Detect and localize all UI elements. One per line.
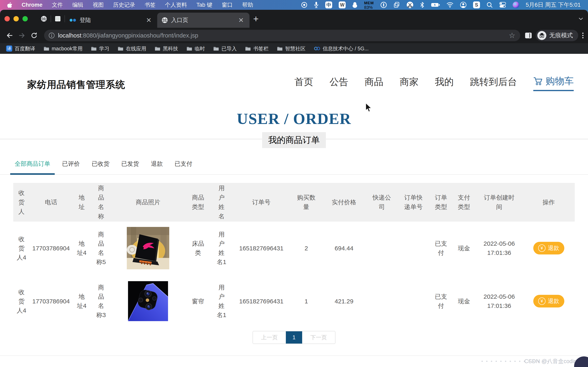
pinned-tab-sheet-icon[interactable]	[51, 16, 65, 22]
menubar-item-file[interactable]: 文件	[52, 1, 63, 8]
nav-backend[interactable]: 跳转到后台	[470, 76, 517, 91]
bookmark-folder-study[interactable]: 学习	[91, 45, 109, 52]
bookmark-folder-bookmarks-bar[interactable]: 书签栏	[245, 45, 268, 52]
siri-icon[interactable]	[513, 2, 519, 8]
yuan-icon: ¥	[538, 298, 545, 305]
bookmark-folder-macbook[interactable]: macbook常用	[44, 45, 82, 52]
qq-icon[interactable]	[352, 2, 357, 8]
folder-icon	[245, 46, 251, 51]
bookmark-folder-community[interactable]: 智慧社区	[277, 45, 305, 52]
folder-icon	[91, 46, 96, 51]
chrome-menu-icon[interactable]	[582, 33, 584, 38]
tab-all-orders[interactable]: 全部商品订单	[10, 160, 55, 175]
nav-cart[interactable]: 购物车	[533, 75, 574, 91]
reload-button[interactable]	[29, 32, 39, 39]
bookmark-folder-temp[interactable]: 临时	[187, 45, 205, 52]
input-method-icon[interactable]: 中	[325, 1, 332, 8]
menubar-item-view[interactable]: 视图	[93, 1, 104, 8]
macos-menubar: Chrome 文件 编辑 视图 历史记录 书签 个人资料 Tab 键 窗口 帮助…	[0, 0, 588, 10]
tab-reviewed[interactable]: 已评价	[58, 160, 84, 174]
tab-login[interactable]: 登陆 ✕	[65, 13, 157, 28]
col-tracking-no: 订单快递单号	[397, 183, 430, 222]
col-created-time: 订单创建时间	[476, 183, 523, 222]
control-center-icon[interactable]	[499, 2, 506, 8]
folder-icon	[155, 46, 160, 51]
order-row: 收货人4 17703786904 地址4 商品名称3	[13, 275, 575, 328]
pagination-next[interactable]: 下一页	[302, 331, 335, 343]
col-phone: 电话	[30, 183, 72, 222]
zoom-window-button[interactable]	[22, 16, 28, 21]
memory-indicator[interactable]: MEM83%	[364, 1, 374, 9]
incognito-label: 无痕模式	[549, 31, 573, 40]
site-title: 家纺用品销售管理系统	[27, 78, 125, 91]
bookmark-star-icon[interactable]: ☆	[506, 31, 518, 40]
menubar-item-chrome[interactable]: Chrome	[22, 2, 43, 8]
url-path: :8080/jiafangyongpinxiaoshou/front/index…	[81, 32, 198, 39]
site-info-icon[interactable]	[49, 33, 55, 39]
tab-paid[interactable]: 已支付	[170, 160, 197, 174]
apple-icon[interactable]	[7, 2, 12, 8]
tab-close-icon[interactable]: ✕	[237, 16, 245, 24]
tab-shipped[interactable]: 已发货	[117, 160, 144, 174]
pagination-prev[interactable]: 上一页	[253, 331, 286, 343]
address-bar[interactable]: localhost:8080/jiafangyongpinxiaoshou/fr…	[44, 30, 520, 41]
menubar-item-edit[interactable]: 编辑	[72, 1, 83, 8]
incognito-badge: 无痕模式	[536, 30, 578, 41]
tab-close-icon[interactable]: ✕	[145, 16, 153, 24]
close-window-button[interactable]	[4, 16, 10, 21]
stats-app-icon[interactable]: S	[473, 1, 480, 8]
menubar-item-bookmarks[interactable]: 书签	[145, 1, 156, 8]
refund-button[interactable]: ¥ 退款	[533, 242, 564, 254]
page-title: USER / ORDER	[0, 110, 588, 127]
bookmark-folder-blacktech[interactable]: 黑科技	[155, 45, 178, 52]
col-qty: 购买数量	[291, 183, 321, 222]
bookmark-folder-imported[interactable]: 已导入	[213, 45, 237, 52]
nav-products[interactable]: 商品	[365, 76, 383, 91]
wifi-icon[interactable]	[447, 2, 453, 8]
back-button[interactable]	[4, 32, 15, 39]
nav-mine[interactable]: 我的	[435, 76, 454, 91]
scissors-icon[interactable]	[406, 1, 414, 8]
minimize-window-button[interactable]	[13, 16, 19, 21]
bluetooth-icon[interactable]	[420, 2, 424, 8]
menubar-item-history[interactable]: 历史记录	[113, 1, 135, 8]
bookmark-baidu-translate[interactable]: 译 百度翻译	[6, 45, 35, 52]
spotlight-icon[interactable]	[486, 2, 493, 8]
nav-merchants[interactable]: 商家	[400, 76, 419, 91]
pinned-tab-globe-icon[interactable]	[37, 16, 51, 22]
menubar-item-profile[interactable]: 个人资料	[165, 1, 187, 8]
onepassword-icon[interactable]	[380, 2, 387, 8]
col-product-name: 商品名称	[91, 183, 111, 222]
battery-icon[interactable]	[431, 2, 440, 7]
translate-icon: 译	[6, 45, 12, 52]
side-panel-icon[interactable]	[525, 33, 532, 38]
tab-entry-page[interactable]: 入口页 ✕	[157, 13, 250, 28]
pagination-current[interactable]: 1	[286, 331, 302, 343]
menubar-item-window[interactable]: 窗口	[222, 1, 233, 8]
folder-icon	[187, 46, 192, 51]
menubar-clock[interactable]: 5月6日 周五 下午5:01	[526, 1, 581, 9]
entry-tab-favicon	[162, 17, 168, 23]
menubar-item-help[interactable]: 帮助	[242, 1, 253, 8]
nav-announcements[interactable]: 公告	[329, 76, 348, 91]
refund-button[interactable]: ¥ 退款	[533, 295, 564, 308]
tab-search-chevron-icon[interactable]	[578, 17, 584, 21]
order-filter-tabs: 全部商品订单 已评价 已收货 已发货 退款 已支付	[0, 160, 588, 175]
menubar-item-tab[interactable]: Tab 键	[196, 1, 212, 8]
folder-icon	[213, 46, 219, 51]
bookmark-it-center[interactable]: 信息技术中心 / 5G...	[314, 45, 369, 52]
bookmark-folder-online-apps[interactable]: 在线应用	[118, 45, 146, 52]
order-row: 收货人4 17703786904 地址4 商品名称5	[13, 222, 575, 275]
forward-button[interactable]	[17, 32, 27, 39]
col-order-no: 订单号	[232, 183, 291, 222]
tab-refund[interactable]: 退款	[146, 160, 167, 174]
wps-icon[interactable]: W	[339, 1, 346, 8]
new-tab-button[interactable]: +	[253, 13, 259, 24]
user-account-icon[interactable]	[460, 2, 467, 8]
tab-received[interactable]: 已收货	[87, 160, 114, 174]
nav-home[interactable]: 首页	[294, 76, 313, 91]
clipboard-icon[interactable]	[393, 2, 400, 8]
record-icon[interactable]	[301, 2, 307, 8]
microphone-icon[interactable]	[314, 2, 319, 8]
main-nav: 首页 公告 商品 商家 我的 跳转到后台 购物车	[294, 75, 574, 91]
